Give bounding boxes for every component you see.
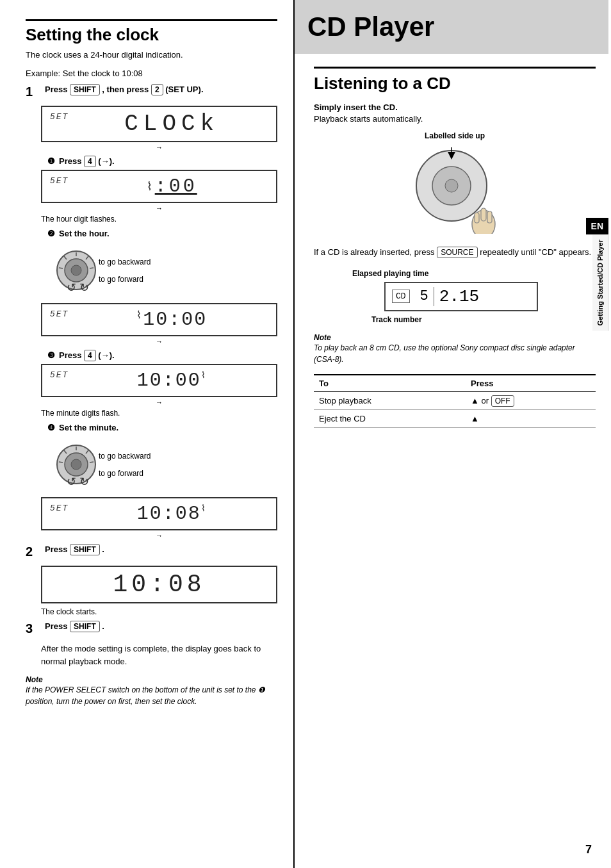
cd-label: CD (392, 290, 410, 303)
table-header-to: To (314, 375, 466, 392)
track-number-label: Track number (371, 315, 596, 324)
action-eject: Eject the CD (314, 409, 466, 427)
sub-step-3: ❸ Press 4 (→). 5ET 10:00⌇ → The minute d… (41, 350, 277, 418)
lcd-sub3-display: 5ET 10:00⌇ → (41, 364, 277, 406)
section-title: Setting the clock (26, 19, 277, 45)
note-text-left: If the POWER SELECT switch on the bottom… (26, 684, 277, 707)
en-badge: EN (586, 218, 608, 234)
lcd-step2-time: 10:08 (50, 571, 268, 598)
table-row: Eject the CD ▲ (314, 409, 596, 427)
lcd-clock-text: CLOCk (75, 111, 268, 137)
cd-track: 5 (420, 288, 428, 304)
svg-line-17 (59, 462, 63, 463)
if-cd-text: If a CD is already inserted, press SOURC… (314, 246, 596, 259)
sub-step-1: ❶ Press 4 (→). 5ET ⌇:00 → The hour digit… (41, 156, 277, 224)
svg-text:↻: ↻ (79, 475, 89, 488)
left-column: Setting the clock The clock uses a 24-ho… (0, 0, 295, 868)
shift-key-2: SHIFT (70, 544, 100, 555)
cd-diagram-svg (403, 144, 506, 234)
knob-forward-label: to go forward (99, 271, 151, 288)
svg-rect-27 (487, 211, 492, 223)
svg-line-7 (59, 268, 63, 268)
key-4-1: 4 (84, 156, 96, 167)
off-key: OFF (491, 395, 514, 407)
simply-insert: Simply insert the CD. (314, 102, 596, 112)
svg-point-22 (445, 179, 458, 192)
lcd-clock-display: 5ET CLOCk → (41, 106, 277, 151)
knob-icon-1: ↺ ↻ (54, 243, 99, 298)
lcd-set-label: 5ET (50, 112, 69, 122)
right-note-title: Note (314, 333, 596, 342)
step3-description: After the mode setting is complete, the … (41, 643, 277, 667)
key-4-2: 4 (84, 350, 96, 361)
step-1-text: Press SHIFT , then press 2 (SET UP). (45, 85, 204, 94)
step-2-number: 2 (26, 545, 41, 559)
press-eject: ▲ (466, 409, 596, 427)
step-2: 2 Press SHIFT . 10:08 The clock starts. (26, 545, 277, 616)
right-note-text: To play back an 8 cm CD, use the optiona… (314, 342, 596, 365)
cd-player-title: CD Player (307, 12, 596, 42)
labelled-side-up: Labelled side up (425, 131, 485, 140)
sub-step-2: ❷ Set the hour. ↺ ↻ (41, 229, 277, 345)
step-3-number: 3 (26, 621, 41, 636)
source-key: SOURCE (437, 247, 477, 258)
listening-section: Listening to a CD Simply insert the CD. … (314, 67, 596, 428)
cd-display: CD 5 2.15 (384, 282, 538, 311)
lcd-step2-display: 10:08 (41, 566, 277, 603)
svg-text:↺: ↺ (67, 281, 76, 294)
set-up-key: 2 (151, 84, 163, 95)
svg-line-15 (90, 462, 94, 463)
lcd-sub4-display: 5ET 10:08⌇ → (41, 497, 277, 539)
svg-line-5 (90, 268, 94, 268)
cd-player-header: CD Player (295, 0, 608, 54)
svg-point-12 (71, 459, 81, 470)
svg-text:↻: ↻ (79, 281, 89, 294)
action-table: To Press Stop playback ▲ or OFF Eject th… (314, 374, 596, 428)
lcd-sub2-display: 5ET ⌇10:00 → (41, 303, 277, 345)
example-line: Example: Set the clock to 10:08 (26, 69, 277, 78)
knob4-backward-label: to go backward (99, 448, 151, 464)
listening-title: Listening to a CD (314, 74, 596, 94)
step2-note: The clock starts. (41, 607, 277, 616)
lcd-sub1-display: 5ET ⌇:00 → (41, 170, 277, 212)
left-note: Note If the POWER SELECT switch on the b… (26, 675, 277, 707)
sub3-note: The minute digits flash. (41, 409, 277, 418)
svg-rect-25 (481, 208, 486, 221)
sub1-note: The hour digit flashes. (41, 215, 277, 224)
elapsed-label: Elapsed playing time (352, 269, 596, 278)
knob-icon-2: ↺ ↻ (54, 438, 99, 492)
step-1: 1 Press SHIFT , then press 2 (SET UP). 5… (26, 85, 277, 539)
playback-note: Playback starts automatically. (314, 114, 596, 124)
knob-section-2: ↺ ↻ to go backward to go forward (54, 438, 277, 492)
knob-section-1: ↺ ↻ to go backward to go forward (54, 243, 277, 298)
sub-step-4: ❹ Set the minute. ↺ ↻ to go backw (41, 423, 277, 539)
section-subtitle: The clock uses a 24-hour digital indicat… (26, 50, 277, 60)
svg-rect-26 (475, 213, 479, 223)
press-stop: ▲ or OFF (466, 391, 596, 409)
note-title-left: Note (26, 675, 277, 684)
action-stop: Stop playback (314, 391, 466, 409)
shift-key-1: SHIFT (70, 84, 100, 95)
step-3: 3 Press SHIFT . After the mode setting i… (26, 621, 277, 667)
shift-key-3: SHIFT (70, 621, 100, 632)
cd-diagram: Labelled side up (314, 131, 596, 236)
right-column: CD Player Listening to a CD Simply inser… (295, 0, 608, 868)
svg-text:↺: ↺ (67, 475, 76, 488)
table-header-press: Press (466, 375, 596, 392)
sidebar-label: Getting Started/CD Player (592, 234, 608, 331)
right-note: Note To play back an 8 cm CD, use the op… (314, 333, 596, 365)
page-number: 7 (585, 843, 592, 856)
table-row: Stop playback ▲ or OFF (314, 391, 596, 409)
svg-point-2 (71, 265, 81, 275)
knob4-forward-label: to go forward (99, 465, 151, 482)
cd-time: 2.15 (434, 287, 479, 306)
step-1-number: 1 (26, 85, 41, 99)
knob-backward-label: to go backward (99, 254, 151, 270)
